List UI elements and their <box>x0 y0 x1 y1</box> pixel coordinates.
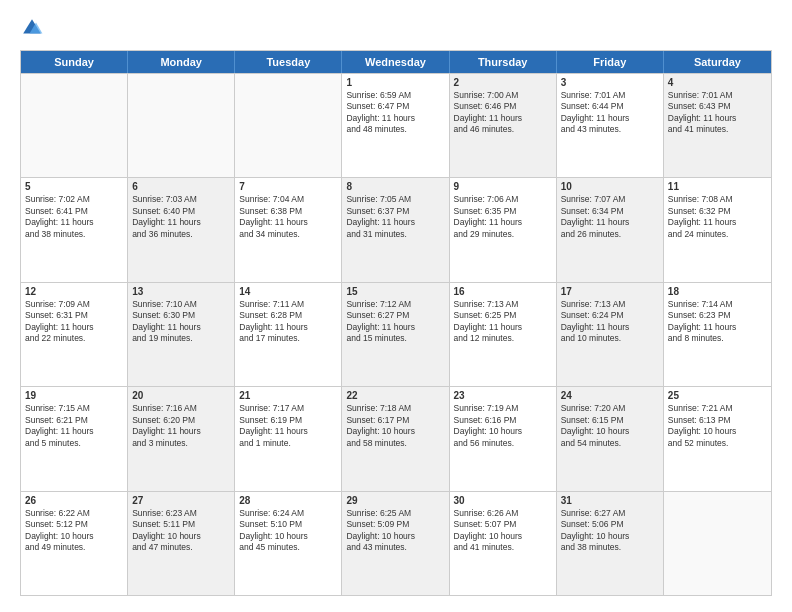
day-number: 14 <box>239 286 337 297</box>
cell-info: Sunrise: 6:59 AM Sunset: 6:47 PM Dayligh… <box>346 90 444 136</box>
day-number: 25 <box>668 390 767 401</box>
cell-info: Sunrise: 7:12 AM Sunset: 6:27 PM Dayligh… <box>346 299 444 345</box>
day-number: 11 <box>668 181 767 192</box>
calendar-cell-day-7: 7Sunrise: 7:04 AM Sunset: 6:38 PM Daylig… <box>235 178 342 281</box>
calendar-cell-day-21: 21Sunrise: 7:17 AM Sunset: 6:19 PM Dayli… <box>235 387 342 490</box>
cell-info: Sunrise: 7:13 AM Sunset: 6:25 PM Dayligh… <box>454 299 552 345</box>
day-number: 26 <box>25 495 123 506</box>
calendar-cell-day-8: 8Sunrise: 7:05 AM Sunset: 6:37 PM Daylig… <box>342 178 449 281</box>
calendar-cell-day-6: 6Sunrise: 7:03 AM Sunset: 6:40 PM Daylig… <box>128 178 235 281</box>
day-number: 4 <box>668 77 767 88</box>
day-number: 18 <box>668 286 767 297</box>
day-header-friday: Friday <box>557 51 664 73</box>
cell-info: Sunrise: 6:23 AM Sunset: 5:11 PM Dayligh… <box>132 508 230 554</box>
calendar-cell-day-26: 26Sunrise: 6:22 AM Sunset: 5:12 PM Dayli… <box>21 492 128 595</box>
day-number: 1 <box>346 77 444 88</box>
day-number: 16 <box>454 286 552 297</box>
calendar-cell-day-25: 25Sunrise: 7:21 AM Sunset: 6:13 PM Dayli… <box>664 387 771 490</box>
day-number: 2 <box>454 77 552 88</box>
calendar-row-3: 12Sunrise: 7:09 AM Sunset: 6:31 PM Dayli… <box>21 282 771 386</box>
day-number: 12 <box>25 286 123 297</box>
cell-info: Sunrise: 7:16 AM Sunset: 6:20 PM Dayligh… <box>132 403 230 449</box>
calendar-cell-day-24: 24Sunrise: 7:20 AM Sunset: 6:15 PM Dayli… <box>557 387 664 490</box>
day-number: 31 <box>561 495 659 506</box>
cell-info: Sunrise: 7:17 AM Sunset: 6:19 PM Dayligh… <box>239 403 337 449</box>
calendar-cell-empty <box>664 492 771 595</box>
calendar-cell-day-1: 1Sunrise: 6:59 AM Sunset: 6:47 PM Daylig… <box>342 74 449 177</box>
day-header-wednesday: Wednesday <box>342 51 449 73</box>
day-number: 13 <box>132 286 230 297</box>
day-number: 22 <box>346 390 444 401</box>
cell-info: Sunrise: 6:27 AM Sunset: 5:06 PM Dayligh… <box>561 508 659 554</box>
cell-info: Sunrise: 7:05 AM Sunset: 6:37 PM Dayligh… <box>346 194 444 240</box>
day-number: 17 <box>561 286 659 297</box>
cell-info: Sunrise: 7:10 AM Sunset: 6:30 PM Dayligh… <box>132 299 230 345</box>
calendar-cell-day-30: 30Sunrise: 6:26 AM Sunset: 5:07 PM Dayli… <box>450 492 557 595</box>
calendar-cell-day-27: 27Sunrise: 6:23 AM Sunset: 5:11 PM Dayli… <box>128 492 235 595</box>
cell-info: Sunrise: 7:21 AM Sunset: 6:13 PM Dayligh… <box>668 403 767 449</box>
day-number: 9 <box>454 181 552 192</box>
calendar-cell-day-14: 14Sunrise: 7:11 AM Sunset: 6:28 PM Dayli… <box>235 283 342 386</box>
cell-info: Sunrise: 6:26 AM Sunset: 5:07 PM Dayligh… <box>454 508 552 554</box>
day-number: 27 <box>132 495 230 506</box>
day-number: 5 <box>25 181 123 192</box>
calendar-cell-empty <box>128 74 235 177</box>
cell-info: Sunrise: 6:22 AM Sunset: 5:12 PM Dayligh… <box>25 508 123 554</box>
day-number: 15 <box>346 286 444 297</box>
calendar-cell-empty <box>235 74 342 177</box>
calendar: SundayMondayTuesdayWednesdayThursdayFrid… <box>20 50 772 596</box>
cell-info: Sunrise: 7:15 AM Sunset: 6:21 PM Dayligh… <box>25 403 123 449</box>
calendar-cell-day-16: 16Sunrise: 7:13 AM Sunset: 6:25 PM Dayli… <box>450 283 557 386</box>
calendar-cell-day-20: 20Sunrise: 7:16 AM Sunset: 6:20 PM Dayli… <box>128 387 235 490</box>
cell-info: Sunrise: 7:07 AM Sunset: 6:34 PM Dayligh… <box>561 194 659 240</box>
cell-info: Sunrise: 7:04 AM Sunset: 6:38 PM Dayligh… <box>239 194 337 240</box>
cell-info: Sunrise: 7:06 AM Sunset: 6:35 PM Dayligh… <box>454 194 552 240</box>
day-number: 19 <box>25 390 123 401</box>
day-header-thursday: Thursday <box>450 51 557 73</box>
cell-info: Sunrise: 7:01 AM Sunset: 6:43 PM Dayligh… <box>668 90 767 136</box>
cell-info: Sunrise: 7:13 AM Sunset: 6:24 PM Dayligh… <box>561 299 659 345</box>
day-number: 28 <box>239 495 337 506</box>
calendar-cell-day-4: 4Sunrise: 7:01 AM Sunset: 6:43 PM Daylig… <box>664 74 771 177</box>
cell-info: Sunrise: 7:03 AM Sunset: 6:40 PM Dayligh… <box>132 194 230 240</box>
day-number: 3 <box>561 77 659 88</box>
cell-info: Sunrise: 7:08 AM Sunset: 6:32 PM Dayligh… <box>668 194 767 240</box>
day-header-sunday: Sunday <box>21 51 128 73</box>
calendar-row-1: 1Sunrise: 6:59 AM Sunset: 6:47 PM Daylig… <box>21 73 771 177</box>
logo <box>20 16 48 40</box>
calendar-cell-day-29: 29Sunrise: 6:25 AM Sunset: 5:09 PM Dayli… <box>342 492 449 595</box>
calendar-cell-day-3: 3Sunrise: 7:01 AM Sunset: 6:44 PM Daylig… <box>557 74 664 177</box>
calendar-cell-day-28: 28Sunrise: 6:24 AM Sunset: 5:10 PM Dayli… <box>235 492 342 595</box>
calendar-cell-empty <box>21 74 128 177</box>
cell-info: Sunrise: 7:09 AM Sunset: 6:31 PM Dayligh… <box>25 299 123 345</box>
calendar-cell-day-23: 23Sunrise: 7:19 AM Sunset: 6:16 PM Dayli… <box>450 387 557 490</box>
day-number: 21 <box>239 390 337 401</box>
cell-info: Sunrise: 7:00 AM Sunset: 6:46 PM Dayligh… <box>454 90 552 136</box>
calendar-cell-day-31: 31Sunrise: 6:27 AM Sunset: 5:06 PM Dayli… <box>557 492 664 595</box>
day-header-saturday: Saturday <box>664 51 771 73</box>
calendar-body: 1Sunrise: 6:59 AM Sunset: 6:47 PM Daylig… <box>21 73 771 595</box>
cell-info: Sunrise: 7:01 AM Sunset: 6:44 PM Dayligh… <box>561 90 659 136</box>
calendar-cell-day-13: 13Sunrise: 7:10 AM Sunset: 6:30 PM Dayli… <box>128 283 235 386</box>
day-header-tuesday: Tuesday <box>235 51 342 73</box>
day-number: 6 <box>132 181 230 192</box>
day-number: 20 <box>132 390 230 401</box>
logo-icon <box>20 16 44 40</box>
cell-info: Sunrise: 7:18 AM Sunset: 6:17 PM Dayligh… <box>346 403 444 449</box>
day-number: 29 <box>346 495 444 506</box>
calendar-cell-day-12: 12Sunrise: 7:09 AM Sunset: 6:31 PM Dayli… <box>21 283 128 386</box>
cell-info: Sunrise: 7:02 AM Sunset: 6:41 PM Dayligh… <box>25 194 123 240</box>
header <box>20 16 772 40</box>
calendar-header: SundayMondayTuesdayWednesdayThursdayFrid… <box>21 51 771 73</box>
calendar-cell-day-10: 10Sunrise: 7:07 AM Sunset: 6:34 PM Dayli… <box>557 178 664 281</box>
calendar-row-4: 19Sunrise: 7:15 AM Sunset: 6:21 PM Dayli… <box>21 386 771 490</box>
day-number: 7 <box>239 181 337 192</box>
page: SundayMondayTuesdayWednesdayThursdayFrid… <box>0 0 792 612</box>
day-number: 30 <box>454 495 552 506</box>
calendar-cell-day-5: 5Sunrise: 7:02 AM Sunset: 6:41 PM Daylig… <box>21 178 128 281</box>
calendar-cell-day-2: 2Sunrise: 7:00 AM Sunset: 6:46 PM Daylig… <box>450 74 557 177</box>
calendar-cell-day-19: 19Sunrise: 7:15 AM Sunset: 6:21 PM Dayli… <box>21 387 128 490</box>
cell-info: Sunrise: 7:11 AM Sunset: 6:28 PM Dayligh… <box>239 299 337 345</box>
calendar-row-5: 26Sunrise: 6:22 AM Sunset: 5:12 PM Dayli… <box>21 491 771 595</box>
calendar-cell-day-22: 22Sunrise: 7:18 AM Sunset: 6:17 PM Dayli… <box>342 387 449 490</box>
